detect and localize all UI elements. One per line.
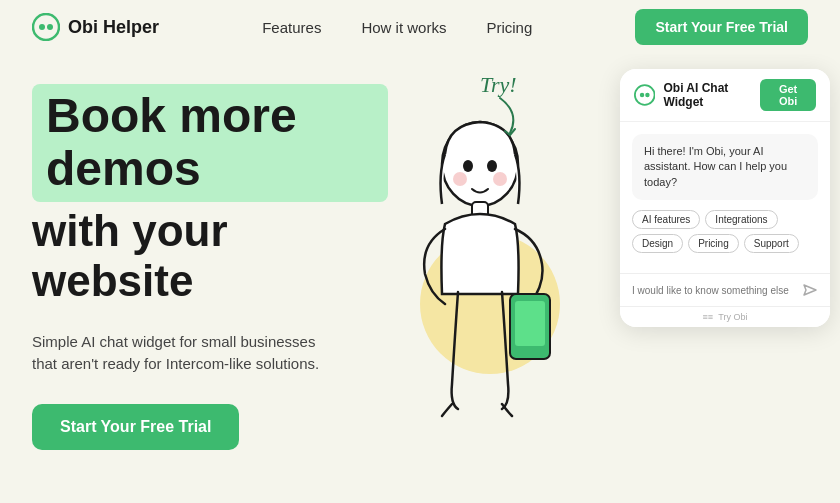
hero-subtext: Simple AI chat widget for small business… — [32, 331, 388, 376]
try-text: Try! — [480, 72, 517, 97]
nav-how-it-works[interactable]: How it works — [361, 19, 446, 36]
nav-features[interactable]: Features — [262, 19, 321, 36]
svg-point-4 — [463, 160, 473, 172]
chat-input[interactable] — [632, 285, 802, 296]
get-obi-button[interactable]: Get Obi — [760, 79, 816, 111]
try-annotation: Try! — [480, 72, 540, 143]
chat-widget: Obi AI Chat Widget Get Obi Hi there! I'm… — [620, 69, 830, 327]
svg-point-1 — [39, 24, 45, 30]
chat-header-left: Obi AI Chat Widget — [634, 81, 760, 109]
navbar: Obi Helper Features How it works Pricing… — [0, 0, 840, 54]
svg-point-5 — [487, 160, 497, 172]
nav-cta-button[interactable]: Start Your Free Trial — [635, 9, 808, 45]
svg-point-12 — [640, 93, 644, 97]
logo-text: Obi Helper — [68, 17, 159, 38]
svg-rect-10 — [515, 301, 545, 346]
hero-left: Book more demos with your website Simple… — [0, 54, 420, 503]
headline-normal: with your website — [32, 206, 388, 307]
footer-icon: ≡≡ — [702, 312, 713, 322]
svg-point-11 — [635, 85, 655, 105]
try-arrow-icon — [490, 93, 540, 143]
chat-footer-text: Try Obi — [718, 312, 747, 322]
chip-pricing[interactable]: Pricing — [688, 234, 739, 253]
chat-chips: AI features Integrations Design Pricing … — [632, 210, 818, 253]
chat-message: Hi there! I'm Obi, your AI assistant. Ho… — [632, 134, 818, 200]
chip-support[interactable]: Support — [744, 234, 799, 253]
logo[interactable]: Obi Helper — [32, 13, 159, 41]
subtext-line2: that aren't ready for Intercom-like solu… — [32, 355, 319, 372]
chip-integrations[interactable]: Integrations — [705, 210, 777, 229]
svg-point-2 — [47, 24, 53, 30]
nav-links: Features How it works Pricing — [262, 19, 532, 36]
main-content: Book more demos with your website Simple… — [0, 54, 840, 503]
nav-pricing[interactable]: Pricing — [486, 19, 532, 36]
svg-point-6 — [453, 172, 467, 186]
chat-footer: ≡≡ Try Obi — [620, 306, 830, 327]
svg-point-0 — [33, 14, 59, 40]
hero-cta-button[interactable]: Start Your Free Trial — [32, 404, 239, 450]
svg-point-13 — [645, 93, 649, 97]
chat-widget-title: Obi AI Chat Widget — [663, 81, 760, 109]
chat-header: Obi AI Chat Widget Get Obi — [620, 69, 830, 122]
send-icon[interactable] — [802, 282, 818, 298]
chat-body: Hi there! I'm Obi, your AI assistant. Ho… — [620, 122, 830, 273]
chat-input-area — [620, 273, 830, 306]
headline-highlight: Book more demos — [32, 84, 388, 202]
svg-point-7 — [493, 172, 507, 186]
chip-design[interactable]: Design — [632, 234, 683, 253]
chip-ai-features[interactable]: AI features — [632, 210, 700, 229]
obi-logo-icon — [32, 13, 60, 41]
chat-logo-icon — [634, 83, 655, 107]
subtext-line1: Simple AI chat widget for small business… — [32, 333, 315, 350]
